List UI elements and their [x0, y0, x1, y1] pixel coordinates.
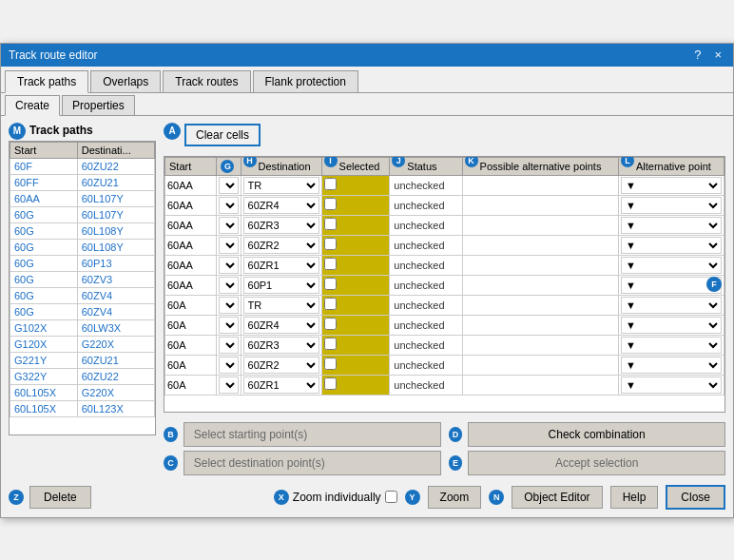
table-row[interactable]: 60G 60ZV3 — [10, 271, 155, 287]
table-row[interactable]: 60A ▼ TR unchecked ▼ — [165, 295, 724, 315]
accept-selection-button[interactable]: Accept selection — [468, 451, 725, 475]
r-dest[interactable]: 60ZR3 — [241, 335, 321, 355]
alt-pt-select[interactable]: ▼ — [621, 257, 722, 274]
r-g[interactable]: ▼ — [217, 175, 241, 195]
cell-start[interactable]: G322Y — [10, 368, 78, 384]
cell-dest[interactable]: 60ZU22 — [77, 368, 154, 384]
cell-dest[interactable]: 60ZV3 — [77, 271, 154, 287]
table-row[interactable]: G322Y 60ZU22 — [10, 368, 155, 384]
cell-start[interactable]: 60G — [10, 222, 78, 239]
tab-flank-protection[interactable]: Flank protection — [253, 70, 358, 92]
clear-cells-button[interactable]: Clear cells — [184, 124, 261, 146]
dest-select[interactable]: 60ZR1 — [243, 257, 319, 274]
g-select[interactable]: ▼ — [219, 357, 238, 374]
r-g[interactable]: ▼ — [217, 235, 241, 255]
table-row[interactable]: 60AA ▼ 60ZR2 unchecked ▼ — [165, 235, 724, 255]
table-row[interactable]: 60AA ▼ 60ZR1 unchecked ▼ — [165, 255, 724, 275]
r-g[interactable]: ▼ — [217, 275, 241, 295]
cell-dest[interactable]: G220X — [77, 384, 154, 400]
dest-select[interactable]: 60ZR2 — [243, 237, 319, 254]
g-select[interactable]: ▼ — [219, 297, 238, 314]
cell-dest[interactable]: 60LW3X — [77, 319, 154, 336]
r-alt-pt[interactable]: ▼ — [618, 195, 724, 215]
help-title-button[interactable]: ? — [690, 48, 705, 61]
g-select[interactable]: ▼ — [219, 337, 238, 354]
cell-dest[interactable]: 60ZU22 — [77, 158, 154, 174]
selected-checkbox[interactable] — [324, 258, 337, 270]
zoom-individually-checkbox[interactable] — [385, 491, 397, 503]
subtab-properties[interactable]: Properties — [62, 95, 135, 115]
r-selected[interactable] — [321, 335, 390, 355]
table-row[interactable]: 60AA ▼ 60P1 unchecked ▼ — [165, 275, 724, 295]
cell-start[interactable]: 60AA — [10, 190, 78, 206]
dest-select[interactable]: 60ZR4 — [243, 317, 319, 334]
cell-dest[interactable]: 60ZV4 — [77, 287, 154, 303]
r-dest[interactable]: 60ZR4 — [241, 315, 321, 335]
r-alt-pt[interactable]: ▼ — [618, 235, 724, 255]
r-selected[interactable] — [321, 355, 390, 375]
r-g[interactable]: ▼ — [217, 215, 241, 235]
r-g[interactable]: ▼ — [217, 315, 241, 335]
g-select[interactable]: ▼ — [219, 277, 238, 294]
r-selected[interactable] — [321, 375, 390, 395]
dest-select[interactable]: 60ZR1 — [243, 377, 319, 394]
dest-select[interactable]: TR — [243, 177, 319, 194]
g-select[interactable]: ▼ — [219, 177, 238, 194]
r-selected[interactable] — [321, 195, 390, 215]
r-alt-pt[interactable]: ▼ — [618, 295, 724, 315]
cell-dest[interactable]: G220X — [77, 336, 154, 352]
tab-track-paths[interactable]: Track paths — [5, 70, 88, 93]
r-g[interactable]: ▼ — [217, 255, 241, 275]
table-row[interactable]: 60F 60ZU22 — [10, 158, 155, 174]
r-dest[interactable]: TR — [241, 175, 321, 195]
selected-checkbox[interactable] — [324, 377, 337, 390]
table-row[interactable]: 60A ▼ 60ZR4 unchecked ▼ — [165, 315, 724, 335]
r-selected[interactable] — [321, 215, 390, 235]
cell-dest[interactable]: 60ZV4 — [77, 303, 154, 319]
r-g[interactable]: ▼ — [217, 375, 241, 395]
g-select[interactable]: ▼ — [219, 237, 238, 254]
selected-checkbox[interactable] — [324, 298, 337, 310]
object-editor-button[interactable]: Object Editor — [512, 486, 602, 509]
table-row[interactable]: 60L105X G220X — [10, 384, 155, 400]
r-dest[interactable]: 60P1 — [241, 275, 321, 295]
dest-select[interactable]: TR — [243, 297, 319, 314]
cell-dest[interactable]: 60L123X — [77, 400, 154, 416]
selected-checkbox[interactable] — [324, 238, 337, 250]
g-select[interactable]: ▼ — [219, 197, 238, 214]
r-alt-pt[interactable]: ▼ — [618, 215, 724, 235]
r-selected[interactable] — [321, 255, 390, 275]
close-title-button[interactable]: × — [710, 48, 725, 61]
r-alt-pt[interactable]: ▼ — [618, 375, 724, 395]
table-row[interactable]: 60G 60ZV4 — [10, 287, 155, 303]
selected-checkbox[interactable] — [324, 218, 337, 230]
dest-select[interactable]: 60ZR4 — [243, 197, 319, 214]
r-selected[interactable] — [321, 235, 390, 255]
tab-track-routes[interactable]: Track routes — [163, 70, 250, 92]
table-row[interactable]: 60A ▼ 60ZR3 unchecked ▼ — [165, 335, 724, 355]
r-g[interactable]: ▼ — [217, 195, 241, 215]
cell-start[interactable]: 60F — [10, 158, 78, 174]
table-row[interactable]: G221Y 60ZU21 — [10, 352, 155, 368]
r-alt-pt[interactable]: ▼ — [618, 335, 724, 355]
r-dest[interactable]: 60ZR2 — [241, 235, 321, 255]
dest-select[interactable]: 60ZR3 — [243, 337, 319, 354]
cell-dest[interactable]: 60ZU21 — [77, 174, 154, 190]
r-alt-pt[interactable]: ▼ — [618, 175, 724, 195]
table-row[interactable]: 60G 60L107Y — [10, 206, 155, 222]
r-g[interactable]: ▼ — [217, 355, 241, 375]
cell-dest[interactable]: 60L108Y — [77, 239, 154, 255]
table-row[interactable]: 60G 60ZV4 — [10, 303, 155, 319]
subtab-create[interactable]: Create — [5, 95, 60, 116]
r-alt-pt[interactable]: ▼ — [618, 355, 724, 375]
selected-checkbox[interactable] — [324, 318, 337, 330]
table-row[interactable]: 60G 60P13 — [10, 255, 155, 271]
zoom-button[interactable]: Zoom — [428, 486, 482, 509]
alt-pt-select[interactable]: ▼ — [621, 197, 722, 214]
cell-dest[interactable]: 60L108Y — [77, 222, 154, 239]
cell-dest[interactable]: 60L107Y — [77, 206, 154, 222]
table-row[interactable]: 60AA ▼ 60ZR3 unchecked ▼ — [165, 215, 724, 235]
cell-dest[interactable]: 60P13 — [77, 255, 154, 271]
cell-start[interactable]: G102X — [10, 319, 78, 336]
cell-start[interactable]: 60L105X — [10, 400, 78, 416]
